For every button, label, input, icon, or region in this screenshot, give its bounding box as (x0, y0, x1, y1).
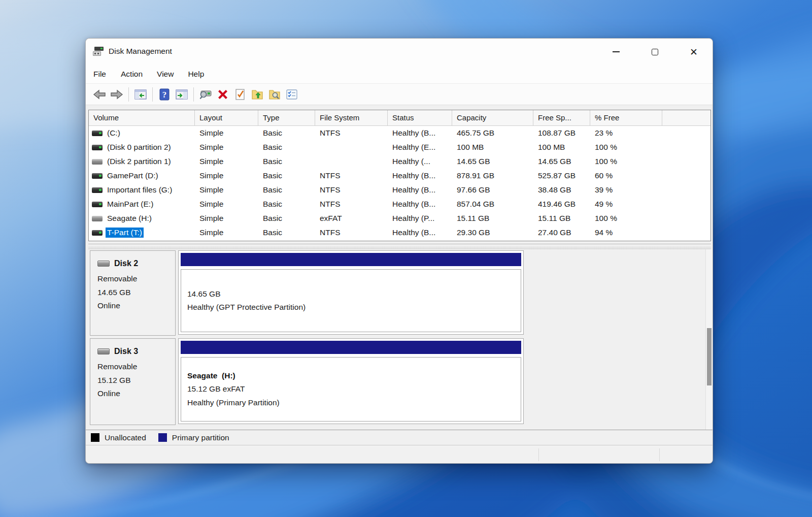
cell-free-space: 525.87 GB (533, 171, 590, 180)
disk-name: Disk 3 (114, 347, 138, 356)
volume-name: T-Part (T:) (106, 228, 144, 238)
table-row[interactable]: Seagate (H:) Simple Basic exFAT Healthy … (89, 211, 710, 225)
cell-type: Basic (258, 171, 315, 180)
column-header-file-system[interactable]: File System (315, 110, 388, 125)
properties-icon[interactable] (231, 86, 249, 103)
table-row[interactable]: MainPart (E:) Simple Basic NTFS Healthy … (89, 197, 710, 211)
cell-status: Healthy (... (388, 157, 452, 166)
cell-capacity: 29.30 GB (452, 228, 533, 237)
open-icon[interactable] (249, 86, 266, 103)
volume-drive-icon (92, 173, 103, 179)
drive-led (99, 132, 101, 134)
rescan-disks-icon[interactable] (197, 86, 214, 103)
volume-name: Seagate (H:) (106, 213, 153, 223)
table-row[interactable]: GamePart (D:) Simple Basic NTFS Healthy … (89, 169, 710, 183)
partition-box[interactable]: 14.65 GB Healthy (GPT Protective Partiti… (178, 250, 524, 335)
cell-capacity: 97.66 GB (452, 185, 533, 195)
volume-drive-icon (92, 187, 103, 193)
drive-led (99, 232, 101, 234)
cell-status: Healthy (B... (388, 128, 452, 138)
cell-status: Healthy (B... (388, 228, 452, 237)
close-icon: ✕ (690, 47, 698, 57)
volume-drive-icon (92, 202, 103, 207)
volume-drive-icon (92, 145, 103, 150)
delete-volume-icon[interactable] (214, 86, 231, 103)
table-row[interactable]: T-Part (T:) Simple Basic NTFS Healthy (B… (89, 225, 710, 240)
column-header-pct-free[interactable]: % Free (590, 110, 662, 125)
menu-help[interactable]: Help (181, 67, 211, 81)
table-row[interactable]: (C:) Simple Basic NTFS Healthy (B... 465… (89, 126, 710, 140)
cell-layout: Simple (195, 143, 258, 152)
disk-label-panel[interactable]: Disk 3 Removable 15.12 GB Online (90, 338, 176, 425)
column-header-layout[interactable]: Layout (195, 110, 258, 125)
cell-layout: Simple (195, 171, 258, 180)
cell-capacity: 857.04 GB (452, 200, 533, 209)
disk-size: 15.12 GB (97, 374, 175, 387)
drive-led (99, 175, 101, 177)
pane-splitter[interactable] (88, 244, 711, 249)
cell-file-system: NTFS (315, 228, 388, 237)
maximize-button[interactable] (643, 44, 666, 60)
cell-pct-free: 100 % (590, 214, 662, 223)
menu-view[interactable]: View (150, 67, 181, 81)
cell-status: Healthy (E... (388, 143, 452, 152)
cell-file-system: NTFS (315, 185, 388, 195)
cell-type: Basic (258, 143, 315, 152)
partition-size: 15.12 GB exFAT (187, 382, 521, 396)
unallocated-swatch (91, 433, 99, 442)
column-header-capacity[interactable]: Capacity (452, 110, 533, 125)
back-icon[interactable] (91, 86, 108, 103)
disk-row: Disk 3 Removable 15.12 GB Online Seagate… (86, 338, 713, 426)
scrollbar-thumb[interactable] (707, 328, 712, 385)
forward-icon[interactable] (108, 86, 125, 103)
toolbar-separator (152, 87, 153, 102)
cell-type: Basic (258, 157, 315, 166)
drive-led (99, 189, 101, 191)
checklist-icon[interactable] (283, 86, 300, 103)
menu-action[interactable]: Action (114, 67, 150, 81)
column-header-status[interactable]: Status (388, 110, 452, 125)
show-console-tree-icon[interactable] (132, 86, 149, 103)
disk-type: Removable (97, 360, 175, 374)
volume-drive-icon (92, 131, 103, 136)
status-divider (538, 448, 539, 461)
partition-health: Healthy (Primary Partition) (187, 396, 521, 410)
graphical-view-pane: Disk 2 Removable 14.65 GB Online 14.65 G… (86, 249, 713, 430)
menu-file[interactable]: File (93, 67, 114, 81)
column-header-free-space[interactable]: Free Sp... (533, 110, 590, 125)
close-button[interactable]: ✕ (682, 44, 705, 60)
table-row[interactable]: (Disk 2 partition 1) Simple Basic Health… (89, 154, 710, 169)
vertical-scrollbar[interactable] (705, 249, 712, 430)
title-bar[interactable]: Disk Management ✕ (86, 39, 713, 65)
column-header-volume[interactable]: Volume (89, 110, 195, 125)
disk-size: 14.65 GB (97, 286, 175, 300)
disk-label-panel[interactable]: Disk 2 Removable 14.65 GB Online (90, 250, 176, 336)
cell-file-system: NTFS (315, 171, 388, 180)
partition-box[interactable]: Seagate (H:) 15.12 GB exFAT Healthy (Pri… (178, 338, 524, 424)
help-icon[interactable]: ? (156, 86, 173, 103)
cell-type: Basic (258, 214, 315, 223)
cell-free-space: 15.11 GB (533, 214, 590, 223)
cell-file-system: exFAT (315, 214, 388, 223)
legend-label-primary-partition: Primary partition (172, 433, 229, 442)
table-row[interactable]: (Disk 0 partition 2) Simple Basic Health… (89, 140, 710, 154)
disk-management-window: Disk Management ✕ File Action View Help … (85, 38, 713, 464)
volume-name: GamePart (D:) (106, 171, 160, 181)
cell-layout: Simple (195, 185, 258, 195)
disk-icon (97, 348, 110, 354)
cell-status: Healthy (B... (388, 171, 452, 180)
cell-capacity: 14.65 GB (452, 157, 533, 166)
show-action-pane-icon[interactable] (173, 86, 190, 103)
table-row[interactable]: Important files (G:) Simple Basic NTFS H… (89, 183, 710, 197)
drive-led (99, 146, 101, 148)
partition-body[interactable]: Seagate (H:) 15.12 GB exFAT Healthy (Pri… (181, 357, 521, 422)
cell-layout: Simple (195, 200, 258, 209)
explore-icon[interactable] (266, 86, 283, 103)
cell-capacity: 465.75 GB (452, 128, 533, 138)
partition-body[interactable]: 14.65 GB Healthy (GPT Protective Partiti… (181, 269, 521, 332)
minimize-button[interactable] (604, 44, 628, 60)
column-header-type[interactable]: Type (258, 110, 315, 125)
cell-free-space: 27.40 GB (533, 228, 590, 237)
disk-icon (97, 261, 110, 267)
cell-file-system: NTFS (315, 200, 388, 209)
